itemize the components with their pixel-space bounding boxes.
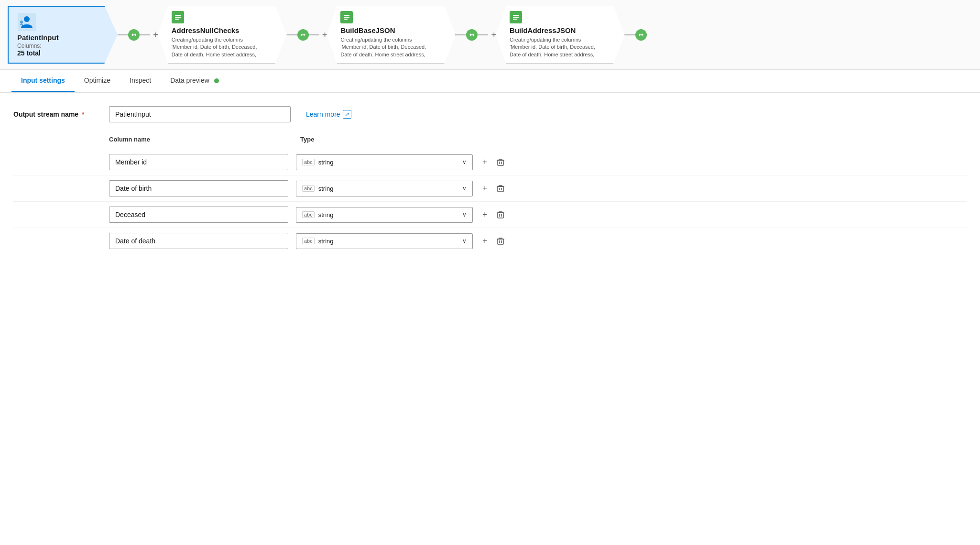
delete-column-member-id[interactable] bbox=[495, 157, 506, 167]
column-row-deceased: abc string ∨ + bbox=[13, 201, 967, 228]
delete-column-date-of-death[interactable] bbox=[495, 236, 506, 246]
type-label-deceased: abc string bbox=[302, 211, 334, 218]
pipeline-node-build-base-json[interactable]: BuildBaseJSON Creating/updating the colu… bbox=[327, 6, 456, 64]
type-label-date-of-death: abc string bbox=[302, 238, 334, 245]
abc-badge-3: abc bbox=[302, 211, 315, 218]
patient-input-icon bbox=[17, 12, 36, 32]
row-actions-deceased: + bbox=[481, 209, 506, 221]
external-link-icon: ↗ bbox=[343, 110, 351, 119]
output-stream-name-row: Output stream name * Learn more ↗ bbox=[13, 106, 967, 122]
output-stream-label: Output stream name * bbox=[13, 110, 109, 118]
tab-data-preview[interactable]: Data preview bbox=[161, 70, 229, 92]
column-name-date-of-death[interactable] bbox=[109, 233, 288, 249]
connector-dot-4 bbox=[635, 29, 647, 41]
column-row-date-of-birth: abc string ∨ + bbox=[13, 175, 967, 201]
address-null-icon bbox=[172, 11, 184, 23]
pipeline-node-address-null-checks[interactable]: AddressNullChecks Creating/updating the … bbox=[158, 6, 287, 64]
row-actions-date-of-birth: + bbox=[481, 183, 506, 195]
required-star-1: * bbox=[80, 110, 84, 118]
connector-4 bbox=[625, 29, 647, 41]
patient-input-subtitle: Columns: bbox=[17, 43, 110, 49]
add-column-after-deceased[interactable]: + bbox=[481, 209, 489, 221]
chevron-down-deceased: ∨ bbox=[462, 211, 467, 218]
delete-column-date-of-birth[interactable] bbox=[495, 183, 506, 194]
column-row-date-of-death: abc string ∨ + bbox=[13, 228, 967, 254]
build-base-title: BuildBaseJSON bbox=[340, 26, 447, 34]
connector-dot-1 bbox=[128, 29, 140, 41]
build-base-desc: Creating/updating the columns 'Member id… bbox=[340, 36, 426, 58]
column-name-header: Column name bbox=[109, 136, 295, 143]
chevron-down-date-of-death: ∨ bbox=[462, 238, 467, 244]
learn-more-link[interactable]: Learn more ↗ bbox=[306, 110, 351, 119]
column-name-deceased[interactable] bbox=[109, 207, 288, 223]
connector-1: + bbox=[118, 29, 159, 41]
svg-rect-12 bbox=[498, 239, 503, 244]
svg-point-2 bbox=[20, 21, 23, 23]
connector-3: + bbox=[456, 29, 497, 41]
pipeline-node-patient-input[interactable]: PatientInput Columns: 25 total bbox=[8, 6, 118, 64]
column-type-date-of-death[interactable]: abc string ∨ bbox=[296, 233, 473, 249]
chevron-down-member-id: ∨ bbox=[462, 159, 467, 165]
column-row-member-id: abc string ∨ + bbox=[13, 149, 967, 175]
output-stream-name-input[interactable] bbox=[109, 106, 291, 122]
connector-dot-3 bbox=[466, 29, 478, 41]
svg-rect-6 bbox=[498, 186, 503, 192]
type-label-member-id: abc string bbox=[302, 159, 334, 166]
column-name-date-of-birth[interactable] bbox=[109, 180, 288, 196]
address-null-desc: Creating/updating the columns 'Member id… bbox=[172, 36, 258, 58]
connector-dot-2 bbox=[297, 29, 309, 41]
column-name-member-id[interactable] bbox=[109, 154, 288, 170]
chevron-down-date-of-birth: ∨ bbox=[462, 185, 467, 192]
row-actions-date-of-death: + bbox=[481, 235, 506, 247]
build-address-desc: Creating/updating the columns 'Member id… bbox=[510, 36, 596, 58]
patient-input-title: PatientInput bbox=[17, 33, 110, 42]
content-area: Output stream name * Learn more ↗ Column… bbox=[0, 93, 980, 267]
abc-badge-4: abc bbox=[302, 238, 315, 244]
tab-optimize[interactable]: Optimize bbox=[75, 70, 120, 92]
column-type-deceased[interactable]: abc string ∨ bbox=[296, 207, 473, 223]
svg-rect-9 bbox=[498, 213, 503, 218]
svg-rect-3 bbox=[498, 160, 503, 165]
svg-point-1 bbox=[24, 16, 30, 22]
delete-column-deceased[interactable] bbox=[495, 209, 506, 220]
connector-2: + bbox=[287, 29, 328, 41]
build-address-title: BuildAddressJSON bbox=[510, 26, 617, 34]
type-label-date-of-birth: abc string bbox=[302, 185, 334, 192]
columns-section: Column name Type abc string ∨ + bbox=[13, 136, 967, 254]
add-column-after-member-id[interactable]: + bbox=[481, 156, 489, 168]
add-column-after-date-of-death[interactable]: + bbox=[481, 235, 489, 247]
pipeline-header: PatientInput Columns: 25 total + Address… bbox=[0, 0, 980, 70]
address-null-title: AddressNullChecks bbox=[172, 26, 279, 34]
tabs-section: Input settings Optimize Inspect Data pre… bbox=[0, 70, 980, 93]
build-base-icon bbox=[340, 11, 353, 23]
abc-badge-1: abc bbox=[302, 159, 315, 165]
tabs: Input settings Optimize Inspect Data pre… bbox=[11, 70, 969, 92]
column-type-member-id[interactable]: abc string ∨ bbox=[296, 154, 473, 170]
build-address-icon bbox=[510, 11, 522, 23]
row-actions-member-id: + bbox=[481, 156, 506, 168]
add-column-after-date-of-birth[interactable]: + bbox=[481, 183, 489, 195]
columns-headers: Column name Type bbox=[13, 136, 967, 143]
data-preview-dot bbox=[214, 78, 219, 83]
pipeline-node-build-address-json[interactable]: BuildAddressJSON Creating/updating the c… bbox=[496, 6, 625, 64]
tab-input-settings[interactable]: Input settings bbox=[11, 70, 75, 92]
patient-input-count: 25 total bbox=[17, 49, 110, 57]
abc-badge-2: abc bbox=[302, 185, 315, 192]
column-type-date-of-birth[interactable]: abc string ∨ bbox=[296, 181, 473, 196]
column-type-header: Type bbox=[295, 136, 477, 143]
tab-inspect[interactable]: Inspect bbox=[120, 70, 161, 92]
